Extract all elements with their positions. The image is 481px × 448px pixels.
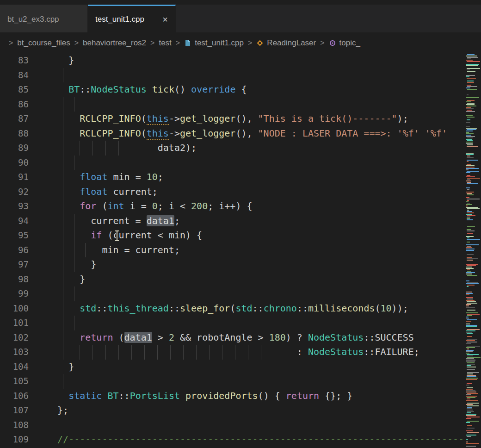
indent-guide — [196, 345, 197, 360]
indent-guide — [63, 374, 63, 389]
breadcrumb-chevron-icon: > — [176, 39, 180, 47]
code-line[interactable]: 97 } — [0, 257, 465, 272]
code-line[interactable]: 104 } — [0, 360, 465, 374]
code-line[interactable]: 109 //----------------------------------… — [0, 432, 465, 447]
indent-guide — [118, 345, 119, 360]
minimap-line — [466, 107, 471, 108]
minimap-line — [467, 230, 475, 231]
breadcrumb-item[interactable]: topic_ — [329, 38, 360, 48]
minimap-line — [467, 299, 473, 299]
code-line[interactable]: 87 RCLCPP_INFO(this->get_logger(), "This… — [0, 112, 465, 126]
line-number: 104 — [0, 360, 29, 374]
code-line[interactable]: 107 }; — [0, 403, 465, 418]
minimap[interactable] — [465, 53, 481, 448]
minimap-line — [467, 61, 480, 62]
minimap-line — [467, 269, 470, 270]
code-text: float current; — [57, 185, 158, 199]
code-line[interactable]: 89 data2); — [0, 141, 465, 156]
code-line[interactable]: 103 : NodeStatus::FAILURE; — [0, 345, 465, 360]
code-line[interactable]: 94 current = data1; — [0, 214, 465, 229]
minimap-line — [466, 165, 475, 166]
minimap-line — [466, 76, 469, 77]
code-line[interactable]: 83 } — [0, 53, 465, 68]
code-line[interactable]: 93 for (int i = 0; i < 200; i++) { — [0, 199, 465, 214]
minimap-line — [466, 435, 476, 436]
indent-guide — [74, 316, 74, 330]
minimap-line — [467, 329, 480, 330]
code-line[interactable]: 96 min = current; — [0, 243, 465, 258]
code-text: return (data1 > 2 && robotAngle > 180) ?… — [57, 330, 414, 345]
minimap-line — [467, 346, 480, 347]
minimap-line — [467, 71, 475, 72]
minimap-line — [467, 286, 469, 287]
indent-guide — [131, 345, 132, 360]
line-number: 93 — [0, 199, 29, 214]
minimap-line — [467, 315, 472, 316]
code-line[interactable]: 102 return (data1 > 2 && robotAngle > 18… — [0, 330, 465, 345]
minimap-line — [467, 408, 472, 409]
minimap-line — [466, 133, 474, 134]
indent-guide — [183, 345, 184, 360]
code-line[interactable]: 98 } — [0, 272, 465, 287]
code-line[interactable]: 86 — [0, 97, 465, 112]
code-line[interactable]: 90 — [0, 156, 465, 170]
minimap-line — [467, 171, 479, 172]
minimap-line — [466, 321, 471, 322]
code-line[interactable]: 108 — [0, 418, 465, 433]
code-line[interactable]: 84 — [0, 68, 465, 83]
tab-close-icon[interactable]: × — [162, 15, 168, 24]
minimap-line — [467, 208, 480, 209]
minimap-line — [466, 390, 475, 391]
line-number: 103 — [0, 345, 29, 360]
line-number: 107 — [0, 403, 29, 418]
code-text: current = data1; — [57, 214, 180, 229]
minimap-line — [466, 385, 469, 386]
minimap-line — [466, 249, 475, 249]
indent-guide — [63, 345, 63, 360]
code-line[interactable]: 101 — [0, 316, 465, 330]
code-line[interactable]: 106 static BT::PortsList providedPorts()… — [0, 389, 465, 404]
code-line[interactable]: 95 if (current < min) { — [0, 228, 465, 243]
minimap-line — [467, 303, 477, 304]
breadcrumb-chevron-icon: > — [74, 39, 79, 47]
minimap-line — [466, 360, 475, 361]
indent-guide — [222, 345, 222, 360]
minimap-line — [467, 103, 475, 104]
code-line[interactable]: 85 BT::NodeStatus tick() override { — [0, 82, 465, 97]
breadcrumb-item[interactable]: test — [159, 38, 171, 48]
code-line[interactable]: 105 — [0, 374, 465, 389]
code-line[interactable]: 92 float current; — [0, 185, 465, 199]
code-line[interactable]: 100 std::this_thread::sleep_for(std::chr… — [0, 301, 465, 316]
minimap-line — [467, 260, 473, 261]
indent-guide — [63, 185, 63, 199]
line-number: 89 — [0, 141, 29, 156]
breadcrumb-item[interactable]: test_unit1.cpp — [184, 38, 244, 48]
minimap-line — [466, 415, 476, 416]
minimap-line — [467, 137, 473, 138]
breadcrumb-item[interactable]: behaviortree_ros2 — [83, 38, 146, 48]
minimap-line — [467, 369, 475, 370]
minimap-line — [467, 140, 473, 141]
code-line[interactable]: 88 RCLCPP_INFO(this->get_logger(), "NODE… — [0, 126, 465, 141]
indent-guide — [80, 141, 80, 156]
minimap-line — [466, 64, 479, 65]
minimap-line — [466, 418, 471, 419]
code-line[interactable]: 91 float min = 10; — [0, 170, 465, 185]
minimap-line — [466, 187, 470, 188]
breadcrumb-item[interactable]: ReadingLaser — [256, 38, 316, 48]
minimap-line — [466, 153, 474, 154]
minimap-line — [466, 389, 473, 390]
minimap-line — [466, 394, 471, 395]
minimap-line — [467, 285, 475, 286]
minimap-line — [467, 375, 476, 376]
minimap-line — [467, 81, 474, 81]
breadcrumb-item[interactable]: bt_course_files — [17, 38, 70, 48]
editor-tab[interactable]: bt_u2_ex3.cpp — [0, 5, 88, 32]
breadcrumb-label: topic_ — [339, 38, 360, 48]
indent-guide — [63, 257, 63, 272]
editor-tab[interactable]: test_unit1.cpp × — [88, 5, 176, 32]
breadcrumb-chevron-icon: > — [320, 39, 324, 47]
code-line[interactable]: 99 — [0, 286, 465, 301]
tab-label: test_unit1.cpp — [95, 15, 144, 24]
minimap-line — [467, 182, 471, 183]
